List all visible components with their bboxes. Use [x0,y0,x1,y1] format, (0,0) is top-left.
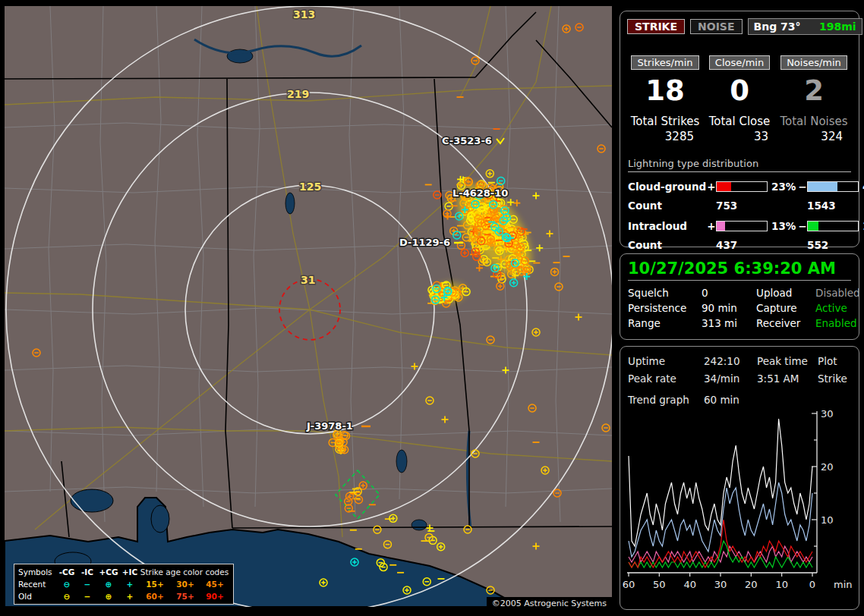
ring-label-31: 31 [301,274,315,286]
legend-age-header: Strike age color codes [140,566,229,578]
upload-status: Disabled [815,285,860,300]
trend-graph: 6050403020100min102030 [623,409,856,608]
minus-icon: − [77,590,97,602]
close-per-min-value: 0 [730,74,749,108]
range-label: Range [628,316,702,331]
svg-text:20: 20 [821,461,834,473]
svg-text:30: 30 [821,409,834,420]
ring-label-219: 219 [287,88,309,100]
count-label: Count [628,239,707,251]
distribution-title: Lightning type distribution [628,158,851,172]
persistence-label: Persistence [628,300,702,316]
plot-label: Plot [818,353,859,370]
storm-cell-label: J-3978-1 [306,420,353,432]
cg-negative-pct: 47% [859,181,864,193]
strikes-per-min-value: 18 [645,74,685,108]
cg-negative-bar [807,181,859,192]
persistence-value: 90 min [702,300,756,316]
cloud-ground-row: Cloud-ground + 23% − 47% [628,181,851,193]
svg-text:30: 30 [714,579,727,590]
total-strikes-value: 3285 [665,130,702,143]
range-value: 313 mi [702,316,756,331]
age-90: 90+ [200,590,229,602]
storm-cell-label: D-1129-6 [399,237,450,248]
cloud-ground-label: Cloud-ground [628,181,707,193]
upload-label: Upload [756,285,815,300]
total-close-value: 33 [754,130,776,143]
minus-sign: − [798,181,807,193]
peak-rate-label: Peak rate [628,370,704,388]
peak-time-value: 3:51 AM [757,370,818,388]
uptime-value: 242:10 [704,353,757,370]
svg-text:min: min [834,579,853,590]
session-panel: Uptime 242:10 Peak time Plot Peak rate 3… [620,346,859,610]
intracloud-count-row: Count 437 552 [628,239,851,251]
status-panel: 10/27/2025 6:39:20 AM Squelch 0 Upload D… [620,253,859,340]
circle-minus-icon: ⊖ [56,578,77,590]
intracloud-label: Intracloud [628,220,707,232]
ic-negative-pct: 17% [859,220,864,232]
receiver-status: Enabled [815,316,860,331]
stats-panel: STRIKE NOISE Bng 73° 198mi Strikes/min 1… [620,11,859,247]
storm-cell-label: L-4628-10 [452,187,508,199]
noises-per-min-value: 2 [804,74,824,108]
ring-label-313: 313 [293,8,315,20]
age-60: 60+ [140,590,170,602]
uptime-label: Uptime [628,353,704,370]
map-canvas: 313 219 125 31 C-3523-6L-4628-10D-1129-6… [5,6,612,607]
circle-plus-icon: ⊕ [97,590,120,602]
radar-map[interactable]: 313 219 125 31 C-3523-6L-4628-10D-1129-6… [5,6,612,607]
noises-per-min-header[interactable]: Noises/min [780,55,847,70]
distance-value: 198mi [819,20,856,33]
legend-col-ncg: -CG [56,566,77,578]
strikes-per-min-header[interactable]: Strikes/min [631,55,698,70]
squelch-label: Squelch [628,285,702,300]
ring-label-125: 125 [299,181,321,193]
age-75: 75+ [170,590,200,602]
circle-plus-icon: ⊕ [97,578,120,590]
cg-positive-bar [716,181,768,192]
age-45: 45+ [200,578,229,590]
bearing-value: Bng 73° [754,20,801,33]
squelch-value: 0 [702,285,756,300]
intracloud-row: Intracloud + 13% − 17% [628,220,851,232]
strike-mode-button[interactable]: STRIKE [627,19,685,34]
svg-text:10: 10 [821,514,834,526]
plus-sign: + [707,220,716,232]
close-per-min-header[interactable]: Close/min [709,55,770,70]
cg-positive-pct: 23% [768,181,798,193]
total-strikes-label: Total Strikes [631,115,700,128]
svg-text:40: 40 [683,579,696,590]
storm-cell-label: C-3523-6 [442,135,492,146]
capture-label: Capture [756,300,815,316]
total-noises-value: 324 [821,130,850,143]
age-30: 30+ [170,578,200,590]
copyright-text: ©2005 Astrogenic Systems [487,597,612,610]
plot-value: Strike [818,370,859,388]
ic-positive-bar [716,221,768,231]
ic-positive-count: 437 [716,239,768,251]
ic-negative-count: 552 [807,239,859,251]
ic-negative-bar [807,221,859,231]
cg-negative-count: 1543 [807,200,859,212]
plus-sign: + [707,181,716,193]
trend-graph-label: Trend graph [628,394,704,406]
svg-text:50: 50 [653,579,666,590]
peak-rate-value: 34/min [704,370,757,388]
legend-old-label: Old [18,590,56,602]
count-label: Count [628,200,707,212]
cg-positive-count: 753 [716,200,768,212]
strikes-per-min-column: Strikes/min 18 Total Strikes 3285 [629,55,702,143]
close-per-min-column: Close/min 0 Total Close 33 [703,55,776,143]
noise-mode-button[interactable]: NOISE [690,19,742,34]
minus-sign: − [798,220,807,232]
plus-icon: + [120,578,140,590]
capture-status: Active [815,300,860,316]
legend-recent-label: Recent [18,578,56,590]
age-15: 15+ [140,578,170,590]
symbol-legend: Symbols -CG -IC +CG +IC Strike age color… [14,564,234,605]
legend-col-pic: +IC [120,566,140,578]
svg-text:0: 0 [809,579,815,590]
trend-window-value[interactable]: 60 min [704,394,859,406]
receiver-label: Receiver [756,316,815,331]
